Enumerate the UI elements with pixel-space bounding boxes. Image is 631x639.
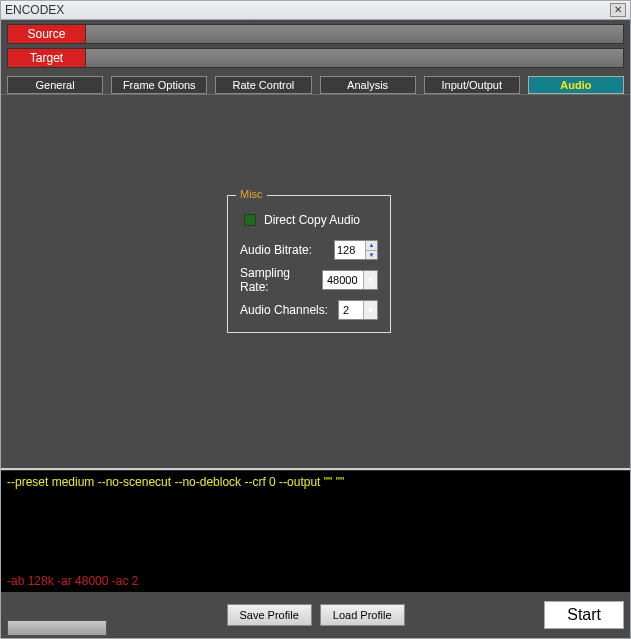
bitrate-input[interactable] <box>335 241 365 259</box>
chevron-up-icon[interactable]: ▲ <box>366 241 377 251</box>
direct-copy-checkbox[interactable] <box>244 214 256 226</box>
chevron-down-icon[interactable]: ▼ <box>366 251 377 260</box>
channels-row: Audio Channels: 2 ▼ <box>240 300 378 320</box>
progress-bar <box>7 620 107 636</box>
direct-copy-row: Direct Copy Audio <box>240 210 378 230</box>
sampling-value: 48000 <box>323 274 363 286</box>
titlebar: ENCODEX ✕ <box>0 0 631 20</box>
bitrate-stepper[interactable]: ▲ ▼ <box>334 240 378 260</box>
source-row: Source <box>7 24 624 44</box>
audio-cmd-text: -ab 128k -ar 48000 -ac 2 <box>7 574 624 588</box>
misc-legend: Misc <box>236 188 267 200</box>
bitrate-spinner[interactable]: ▲ ▼ <box>365 241 377 259</box>
content-panel: Misc Direct Copy Audio Audio Bitrate: ▲ … <box>1 94 630 470</box>
source-path-field[interactable] <box>85 24 624 44</box>
channels-value: 2 <box>339 304 363 316</box>
start-button[interactable]: Start <box>544 601 624 629</box>
save-profile-button[interactable]: Save Profile <box>226 604 311 626</box>
tab-rate-control[interactable]: Rate Control <box>215 76 311 94</box>
video-cmd-text: --preset medium --no-scenecut --no-deblo… <box>7 475 624 489</box>
tab-audio[interactable]: Audio <box>528 76 624 94</box>
footer: Save Profile Load Profile Start <box>1 592 630 638</box>
misc-group: Misc Direct Copy Audio Audio Bitrate: ▲ … <box>227 195 391 333</box>
target-path-field[interactable] <box>85 48 624 68</box>
file-rows: Source Target <box>1 20 630 74</box>
app-body: Source Target General Frame Options Rate… <box>0 20 631 639</box>
sampling-select[interactable]: 48000 ▼ <box>322 270 378 290</box>
direct-copy-label: Direct Copy Audio <box>264 213 378 227</box>
bitrate-row: Audio Bitrate: ▲ ▼ <box>240 240 378 260</box>
tab-bar: General Frame Options Rate Control Analy… <box>1 74 630 94</box>
tab-input-output[interactable]: Input/Output <box>424 76 520 94</box>
bitrate-label: Audio Bitrate: <box>240 243 334 257</box>
channels-label: Audio Channels: <box>240 303 338 317</box>
caret-down-icon[interactable]: ▼ <box>363 301 377 319</box>
sampling-row: Sampling Rate: 48000 ▼ <box>240 270 378 290</box>
tab-frame-options[interactable]: Frame Options <box>111 76 207 94</box>
source-button[interactable]: Source <box>7 24 85 44</box>
load-profile-button[interactable]: Load Profile <box>320 604 405 626</box>
channels-select[interactable]: 2 ▼ <box>338 300 378 320</box>
target-row: Target <box>7 48 624 68</box>
window-title: ENCODEX <box>5 3 610 17</box>
sampling-label: Sampling Rate: <box>240 266 322 294</box>
commandline-panel: --preset medium --no-scenecut --no-deblo… <box>1 470 630 592</box>
caret-down-icon[interactable]: ▼ <box>363 271 377 289</box>
tab-general[interactable]: General <box>7 76 103 94</box>
close-icon[interactable]: ✕ <box>610 3 626 17</box>
target-button[interactable]: Target <box>7 48 85 68</box>
tab-analysis[interactable]: Analysis <box>320 76 416 94</box>
